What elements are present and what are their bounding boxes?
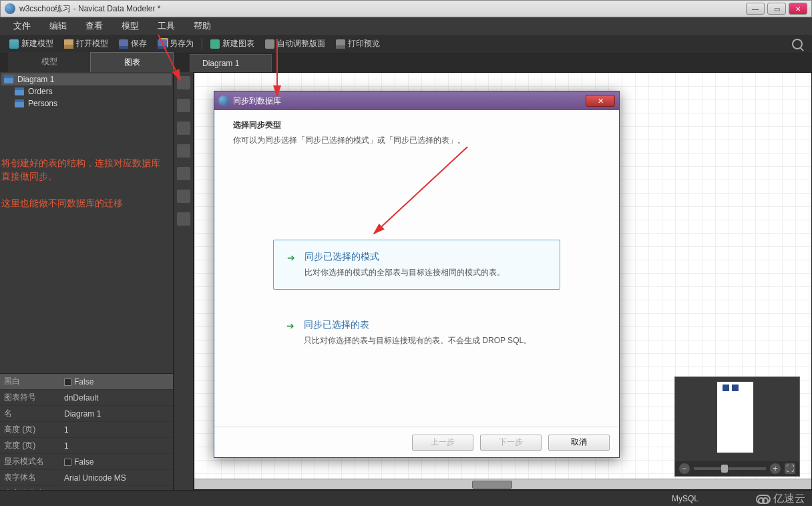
table-icon <box>15 87 24 95</box>
sync-option-tables[interactable]: ➔ 同步已选择的表 只比对你选择的表与目标连接现有的表。不会生成 DROP SQ… <box>273 308 560 357</box>
new-model-icon <box>9 39 19 49</box>
minimize-button[interactable]: — <box>746 3 765 15</box>
checkbox-icon[interactable] <box>64 459 71 466</box>
prop-row[interactable]: 高度 (页)1 <box>0 422 173 438</box>
zoom-controls: − + ⛶ <box>675 461 799 476</box>
tb-search[interactable] <box>787 37 808 51</box>
next-button[interactable]: 下一步 <box>480 435 542 451</box>
window-controls: — ▭ ✕ <box>746 3 807 15</box>
dialog-subtext: 你可以为同步选择「同步已选择的模式」或「同步已选择的表」。 <box>233 135 600 146</box>
watermark-text: 亿速云 <box>773 492 805 506</box>
tb-open-model[interactable]: 打开模型 <box>59 37 114 51</box>
menu-file[interactable]: 文件 <box>4 17 40 35</box>
tb-save-as-label: 另存为 <box>170 38 194 49</box>
status-bar: MySQL <box>0 490 812 506</box>
zoom-fit-button[interactable]: ⛶ <box>785 463 795 474</box>
option-title: 同步已选择的模式 <box>304 251 505 263</box>
menubar: 文件 编辑 查看 模型 工具 帮助 <box>0 17 812 35</box>
tree-item[interactable]: Persons <box>1 97 172 109</box>
option-desc: 比对你选择的模式的全部表与目标连接相同的模式的表。 <box>304 267 505 278</box>
diagram-icon <box>4 75 13 83</box>
tree-root[interactable]: Diagram 1 <box>1 73 172 85</box>
print-preview-icon <box>336 39 345 49</box>
tb-save-label: 保存 <box>131 38 147 49</box>
tree-item[interactable]: Orders <box>1 85 172 97</box>
toolbar-separator <box>202 38 202 50</box>
zoom-slider-thumb[interactable] <box>721 465 728 473</box>
status-db: MySQL <box>672 494 698 503</box>
dialog-titlebar: 同步到数据库 ✕ <box>214 91 619 110</box>
tb-save[interactable]: 保存 <box>114 37 152 51</box>
search-icon <box>792 39 803 49</box>
minimap-page[interactable] <box>717 381 754 453</box>
tb-new-diagram-label: 新建图表 <box>222 38 254 49</box>
tool-image[interactable] <box>177 212 190 226</box>
auto-layout-icon <box>265 39 274 49</box>
prev-button[interactable]: 上一步 <box>412 435 473 451</box>
tool-hand[interactable] <box>177 99 190 112</box>
prop-row[interactable]: 显示模式名False <box>0 454 173 470</box>
arrow-right-icon: ➔ <box>287 252 295 278</box>
prop-row[interactable]: 名Diagram 1 <box>0 406 173 422</box>
sidebar-tab-diagram[interactable]: 图表 <box>90 52 174 72</box>
sync-dialog: 同步到数据库 ✕ 选择同步类型 你可以为同步选择「同步已选择的模式」或「同步已选… <box>214 91 620 458</box>
menu-view[interactable]: 查看 <box>76 17 112 35</box>
option-desc: 只比对你选择的表与目标连接现有的表。不会生成 DROP SQL。 <box>304 335 532 346</box>
arrow-right-icon: ➔ <box>286 320 294 346</box>
window-title: w3cschoo练习 - Navicat Data Modeler * <box>19 3 746 15</box>
tool-pointer[interactable] <box>177 76 190 89</box>
minimap-table <box>732 385 739 391</box>
tb-new-model-label: 新建模型 <box>21 38 53 49</box>
tb-new-model[interactable]: 新建模型 <box>4 37 59 51</box>
prop-row[interactable]: 黑白False <box>0 374 173 390</box>
dialog-close-button[interactable]: ✕ <box>586 95 615 107</box>
tb-save-as[interactable]: 另存为 <box>152 37 199 51</box>
tree-root-label: Diagram 1 <box>17 75 54 84</box>
tool-relation[interactable] <box>177 167 190 180</box>
open-model-icon <box>64 39 73 49</box>
prop-row[interactable]: 表字体名Arial Unicode MS <box>0 470 173 486</box>
prop-row[interactable]: 宽度 (页)1 <box>0 438 173 454</box>
new-diagram-icon <box>210 39 220 49</box>
properties-table: 黑白False 图表符号dnDefault 名Diagram 1 高度 (页)1… <box>0 374 173 502</box>
menu-help[interactable]: 帮助 <box>184 17 220 35</box>
save-as-icon <box>158 39 167 49</box>
vertical-toolbar <box>174 72 194 490</box>
tb-print-preview[interactable]: 打印预览 <box>331 37 385 51</box>
maximize-button[interactable]: ▭ <box>767 3 786 15</box>
cancel-button[interactable]: 取消 <box>548 435 610 451</box>
minimap-table <box>723 385 729 391</box>
zoom-slider[interactable] <box>694 467 766 470</box>
sync-option-schema[interactable]: ➔ 同步已选择的模式 比对你选择的模式的全部表与目标连接相同的模式的表。 <box>273 240 560 290</box>
sidebar-tab-model[interactable]: 模型 <box>8 52 90 72</box>
dialog-icon <box>218 95 229 106</box>
zoom-out-button[interactable]: − <box>679 463 690 474</box>
diagram-tab[interactable]: Diagram 1 <box>190 54 272 72</box>
table-icon <box>15 99 24 107</box>
tb-open-model-label: 打开模型 <box>76 38 108 49</box>
menu-tools[interactable]: 工具 <box>148 17 184 35</box>
tree-item-label: Persons <box>28 99 57 108</box>
scrollbar-thumb[interactable] <box>472 481 512 489</box>
dialog-heading: 选择同步类型 <box>233 119 600 131</box>
dialog-title: 同步到数据库 <box>233 95 586 107</box>
tool-view[interactable] <box>177 144 190 158</box>
tb-auto-layout[interactable]: 自动调整版面 <box>260 37 331 51</box>
tb-auto-layout-label: 自动调整版面 <box>277 38 325 49</box>
checkbox-icon[interactable] <box>64 378 71 386</box>
tool-table[interactable] <box>177 121 190 135</box>
close-button[interactable]: ✕ <box>789 3 807 15</box>
menu-edit[interactable]: 编辑 <box>40 17 76 35</box>
tb-print-preview-label: 打印预览 <box>348 38 380 49</box>
sidebar-tabs: 模型 图表 <box>8 52 174 72</box>
diagram-tree: Diagram 1 Orders Persons 将创建好的表的结构，连接对应数… <box>0 72 173 373</box>
zoom-in-button[interactable]: + <box>770 463 781 474</box>
horizontal-scrollbar[interactable] <box>194 479 811 489</box>
tool-note[interactable] <box>177 190 190 203</box>
prop-row[interactable]: 图表符号dnDefault <box>0 390 173 406</box>
dialog-body: 选择同步类型 你可以为同步选择「同步已选择的模式」或「同步已选择的表」。 ➔ 同… <box>214 110 619 427</box>
toolbar: 新建模型 打开模型 保存 另存为 新建图表 自动调整版面 打印预览 <box>0 35 812 53</box>
save-icon <box>119 39 128 49</box>
tb-new-diagram[interactable]: 新建图表 <box>205 37 260 51</box>
menu-model[interactable]: 模型 <box>112 17 148 35</box>
